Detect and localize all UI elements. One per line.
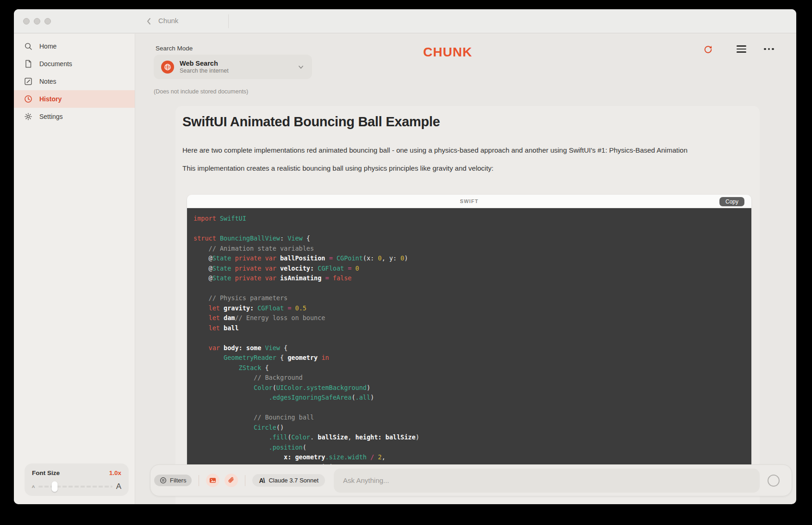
content-area: Search Mode Web Search Search the intern… [136,34,796,504]
filter-icon [160,477,167,484]
filters-label: Filters [170,477,186,484]
sidebar-item-notes[interactable]: Notes [14,73,135,90]
chevron-down-icon [297,63,305,71]
window-title: Chunk [158,17,178,25]
article-paragraphs: Here are two complete implementations re… [182,136,738,173]
chevron-left-icon [144,16,155,27]
code-line: GeometryReader { geometry in [194,353,751,363]
sidebar-item-settings[interactable]: Settings [14,108,135,125]
close-button[interactable] [23,18,30,25]
image-button[interactable] [206,474,219,487]
code-lines: import SwiftUI struct BouncingBallView: … [187,208,751,465]
font-size-slider[interactable] [38,486,112,488]
settings-icon [24,112,32,121]
code-line: .fill(Color. ballSize, height: ballSize) [194,432,751,443]
slider-thumb[interactable] [52,482,58,492]
menu-button[interactable] [735,43,747,55]
copy-button[interactable]: Copy [719,197,744,206]
sidebar-item-history[interactable]: History [14,90,135,108]
globe-icon [161,61,174,74]
titlebar: Chunk [14,9,796,33]
search-mode-note: (Does not include stored documents) [154,88,248,95]
app-window: Chunk HomeDocumentsNotesHistorySettings … [14,9,796,504]
code-line: import SwiftUI [194,214,751,224]
sidebar-item-label: Home [39,43,56,50]
more-options-button[interactable] [763,43,775,55]
code-line: // Bouncing ball [194,413,751,423]
result-card: SwiftUI Animated Bouncing Ball Example H… [175,106,760,504]
mode-subtitle: Search the internet [180,68,292,74]
filters-button[interactable]: Filters [154,475,192,486]
titlebar-divider [228,14,229,28]
attach-button[interactable] [225,474,238,487]
code-line: @State private var isAnimating = false [194,273,751,284]
ellipsis-icon [764,48,774,50]
code-line: x: geometry.size.width / 2, [194,452,751,463]
model-selector[interactable]: A\ Claude 3.7 Sonnet [252,474,325,487]
code-line: ZStack { [194,363,751,373]
code-line: // Physics parameters [194,293,751,303]
paperclip-icon [227,476,235,484]
sidebar-items: HomeDocumentsNotesHistorySettings [14,34,135,125]
search-icon [24,42,32,50]
code-line: let gravity: CGFloat = 0.5 [194,303,751,314]
app-logo: CHUNK [423,45,472,60]
code-line: @State private var ballPosition = CGPoin… [194,253,751,264]
code-line: @State private var velocity: CGFloat = 0 [194,264,751,274]
sidebar-item-label: Notes [39,78,56,85]
document-icon [24,60,32,68]
model-label: Claude 3.7 Sonnet [269,477,319,484]
composer-divider [245,475,245,486]
record-status-button[interactable] [768,475,780,487]
hamburger-icon [737,45,746,52]
font-size-value: 1.0x [109,469,121,476]
traffic-lights [23,18,51,25]
code-language-label: SWIFT [460,198,478,204]
search-mode-label: Search Mode [156,45,193,52]
composer-bar: Filters A\ Claude 3.7 Sonnet [150,464,792,496]
code-line [194,224,751,234]
code-line: let dam// Energy loss on bounce [194,313,751,323]
mode-title: Web Search [180,60,292,67]
ask-input[interactable] [334,469,760,493]
code-line [194,333,751,343]
code-line: Color(UIColor.systemBackground) [194,383,751,393]
code-line [194,284,751,294]
sidebar-item-label: Documents [39,60,72,68]
code-line: .position( [194,443,751,453]
code-line: let ball [194,323,751,334]
image-icon [209,476,217,484]
article-title: SwiftUI Animated Bouncing Ball Example [182,114,440,130]
anthropic-logo-icon: A\ [259,477,264,484]
mode-text: Web Search Search the internet [180,60,292,74]
code-header: SWIFT Copy [187,195,751,208]
font-size-label: Font Size [32,469,60,476]
sidebar-item-label: Settings [39,113,63,120]
sidebar-item-home[interactable]: Home [14,37,135,55]
code-line: Circle() [194,423,751,433]
minimize-button[interactable] [34,18,40,25]
code-block: SWIFT Copy import SwiftUI struct Bouncin… [187,195,751,465]
code-line: // Animation state variables [194,244,751,254]
code-line: .edgesIgnoringSafeArea(.all) [194,393,751,403]
code-line: // Background [194,373,751,383]
zoom-button[interactable] [44,18,51,25]
composer-divider [199,475,199,486]
history-icon [24,95,32,103]
sidebar: HomeDocumentsNotesHistorySettings Font S… [14,34,135,504]
font-size-panel: Font Size 1.0x A A [25,463,129,496]
search-mode-dropdown[interactable]: Web Search Search the internet [154,55,312,79]
refresh-button[interactable] [702,43,714,55]
article-paragraph: This implementation creates a realistic … [182,164,738,173]
code-line [194,403,751,413]
font-size-max-label: A [116,482,121,491]
code-line: var body: some View { [194,343,751,353]
back-button[interactable] [144,16,155,27]
refresh-icon [703,44,713,55]
code-line: struct BouncingBallView: View { [194,234,751,244]
sidebar-item-label: History [39,95,62,103]
font-size-min-label: A [32,484,35,489]
notes-icon [24,77,32,86]
sidebar-item-documents[interactable]: Documents [14,55,135,73]
article-paragraph: Here are two complete implementations re… [182,146,738,154]
